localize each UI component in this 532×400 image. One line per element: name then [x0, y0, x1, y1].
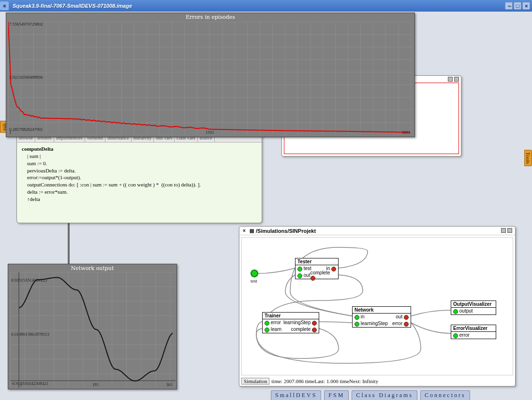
sim-path: /Simulations/SINProjekt [256, 228, 316, 234]
x-tick: 1 [20, 382, 22, 387]
window-titlebar[interactable]: × Squeak3.9-final-7067-SmallDEVS-071008.… [0, 0, 532, 12]
port-label: test [251, 278, 257, 284]
netout-plot-area: 0.935153514684123 0.0108015861878513 -0.… [10, 272, 175, 387]
minimize-icon[interactable] [501, 228, 506, 233]
node-errorvis[interactable]: ErrorVisualizer error [451, 325, 496, 339]
y-tick: 3.92116599488896 [9, 75, 43, 80]
errors-plot-title: Errors in episodes [6, 13, 414, 21]
node-network[interactable]: Network inout learningSteperror [352, 306, 411, 328]
sim-statusbar: Simulation time: 2007.086 timeLast: 1.00… [241, 377, 513, 385]
node-title: Tester [296, 258, 338, 265]
x-tick: 361 [166, 382, 173, 387]
close-button[interactable]: × [522, 2, 530, 10]
netout-plot-title: Network output [8, 264, 177, 272]
errors-plot-window[interactable]: Errors in episodes 7.55654970729802 3.92… [6, 13, 415, 137]
node-title: Network [353, 307, 411, 314]
y-tick: -0.913550342308421 [11, 381, 48, 386]
y-tick: 0.28578828247991 [9, 127, 43, 132]
x-tick: 3001 [402, 130, 411, 135]
window-connector [68, 219, 70, 265]
diagram-canvas[interactable]: test Tester testin outcomplete Trainer e… [241, 237, 513, 375]
node-title: ErrorVisualizer [451, 325, 496, 332]
node-outputvis[interactable]: OutputVisualizer output [451, 300, 496, 315]
errors-curve [8, 22, 414, 136]
port-test[interactable] [251, 270, 258, 277]
x-tick: 1 [9, 130, 12, 135]
sim-status-text: time: 2007.086 timeLast: 1.000 timeNext:… [271, 378, 378, 384]
simulation-button[interactable]: Simulation [241, 378, 269, 385]
simulation-window[interactable]: × ▤ /Simulations/SINProjekt test Tester … [239, 226, 516, 386]
y-tick: 0.0108015861878513 [11, 332, 49, 337]
x-tick: 181 [92, 382, 99, 387]
code-text[interactable]: computeDelta | sum | sum := 0. perviousD… [17, 143, 262, 206]
x-tick: 1501 [206, 130, 214, 135]
node-trainer[interactable]: Trainer errorlearningStep learncomplete [262, 312, 319, 333]
netout-curve [10, 272, 176, 388]
tab-connectors[interactable]: Connectors [420, 390, 470, 400]
y-tick: 0.935153514684123 [11, 278, 47, 283]
node-tester[interactable]: Tester testin outcomplete [295, 258, 339, 279]
sidebar-tab-tools[interactable]: Tools [524, 150, 532, 166]
maximize-icon[interactable] [507, 228, 512, 233]
minimize-icon[interactable] [448, 77, 453, 82]
window-title: Squeak3.9-final-7067-SmallDEVS-071008.im… [13, 3, 132, 9]
maximize-button[interactable]: □ [514, 2, 521, 10]
close-icon[interactable]: × [0, 1, 9, 11]
node-title: Trainer [263, 313, 319, 319]
y-tick: 7.55654970729802 [9, 22, 43, 27]
code-browser[interactable]: browse senders implementors versions inh… [16, 134, 262, 223]
close-icon[interactable]: × [241, 228, 247, 234]
node-title: OutputVisualizer [451, 301, 496, 308]
tab-fsm[interactable]: FSM [324, 390, 349, 400]
netout-plot-window[interactable]: Network output 0.935153514684123 0.01080… [8, 264, 177, 389]
tab-classdiagrams[interactable]: Class Diagrams [352, 390, 417, 400]
errors-plot-area: 7.55654970729802 3.92116599488896 0.2857… [8, 22, 413, 135]
tab-smalldevs[interactable]: SmallDEVS [271, 390, 321, 400]
bottom-tab-bar: SmallDEVS FSM Class Diagrams Connectors [271, 390, 470, 400]
maximize-icon[interactable] [454, 77, 459, 82]
menu-icon[interactable]: ▤ [249, 228, 254, 234]
minimize-button[interactable]: ‒ [505, 2, 513, 10]
